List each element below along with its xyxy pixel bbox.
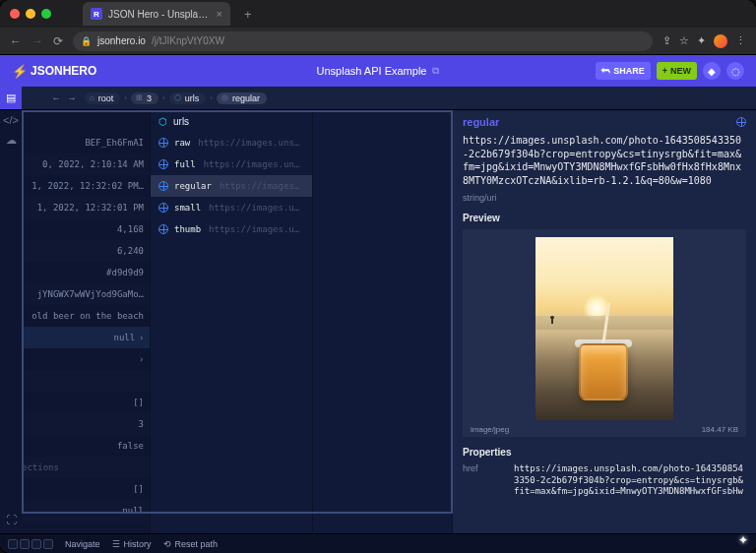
parent-row[interactable]: #d9d9d9 <box>22 262 150 283</box>
chevron-right-icon: › <box>139 355 144 364</box>
child-column <box>313 110 453 533</box>
globe-icon <box>158 159 168 169</box>
url-path: /j/tJIKnpVtY0XW <box>152 35 224 46</box>
code-view-icon[interactable]: </> <box>3 114 19 126</box>
kebab-menu-icon[interactable]: ⋮ <box>735 34 746 47</box>
view-rail: </> ☁ ⛶ <box>0 110 22 533</box>
nav-forward-icon[interactable]: → <box>32 34 43 48</box>
preview-box: image/jpeg 184.47 KB <box>463 229 746 437</box>
parent-row[interactable]: null <box>22 500 150 522</box>
url-row-small[interactable]: smallhttps://images.unsplash.com/p… <box>151 197 312 218</box>
app-logo[interactable]: ⚡ JSONHERO <box>12 64 96 79</box>
copy-link-icon[interactable]: ⧉ <box>432 65 439 77</box>
parent-row[interactable]: old beer on the beach <box>22 305 150 327</box>
parent-row[interactable]: null› <box>22 327 150 348</box>
tab-title: JSON Hero - Unsplash API Exa <box>108 9 211 20</box>
nav-reload-icon[interactable]: ⟳ <box>53 34 63 48</box>
nav-back-icon[interactable]: ← <box>10 34 22 48</box>
urls-column: ⬡ urls rawhttps://images.unsplash.com/ph… <box>150 110 313 533</box>
globe-icon <box>158 138 168 148</box>
breadcrumb-regular[interactable]: ◎regular <box>217 92 267 104</box>
globe-icon[interactable] <box>736 117 746 127</box>
urls-column-header: ⬡ urls <box>151 110 312 132</box>
crumb-forward-icon[interactable]: → <box>67 92 77 103</box>
tab-close-icon[interactable]: × <box>217 8 222 20</box>
details-type: string/uri <box>463 193 746 203</box>
parent-row[interactable]: jYNGWX7wWVjYod9GaMo… <box>22 283 150 305</box>
plus-icon: + <box>662 66 667 76</box>
expand-icon[interactable]: ⛶ <box>6 514 17 525</box>
list-icon: ☰ <box>112 539 120 549</box>
breadcrumb-root[interactable]: ⌂root <box>85 92 120 104</box>
url-row-regular[interactable]: regularhttps://images.unsplash.com… <box>151 175 312 197</box>
browser-tab[interactable]: R JSON Hero - Unsplash API Exa × <box>83 2 230 26</box>
status-bar: Navigate ☰ History ⟲ Reset path <box>0 533 756 553</box>
discord-button[interactable]: ◆ <box>703 62 721 80</box>
parent-row[interactable]: ections <box>22 457 150 478</box>
url-input[interactable]: 🔒 jsonhero.io/j/tJIKnpVtY0XW <box>73 31 653 51</box>
crumb-back-icon[interactable]: ← <box>51 92 61 103</box>
object-icon: ⬡ <box>174 93 181 102</box>
github-button[interactable]: ◌ <box>726 62 744 80</box>
parent-row[interactable]: BEF_Eh6FmAI <box>22 132 150 154</box>
breadcrumb-urls[interactable]: ⬡urls <box>169 92 207 104</box>
property-value[interactable]: https://images.unsplash.com/photo-164350… <box>514 463 746 497</box>
parent-row[interactable]: false <box>22 435 150 457</box>
urls-column-title: urls <box>173 116 189 127</box>
sparkle-icon: ✦ <box>738 533 748 547</box>
url-row-raw[interactable]: rawhttps://images.unsplash.com/ph… <box>151 132 312 154</box>
new-button[interactable]: + NEW <box>657 62 697 80</box>
reset-icon: ⟲ <box>163 539 171 549</box>
parent-row[interactable]: 1, 2022, 12:32:02 PM… <box>22 175 150 197</box>
url-row-thumb[interactable]: thumbhttps://images.unsplash.com/p… <box>151 218 312 240</box>
parent-row[interactable]: 1, 2022, 12:32:01 PM <box>22 197 150 218</box>
lock-icon: 🔒 <box>81 36 92 46</box>
preview-size: 184.47 KB <box>702 425 738 434</box>
minimize-window-button[interactable] <box>26 9 35 19</box>
parent-row[interactable]: [] <box>22 478 150 500</box>
share-arrow-icon: ⮪ <box>601 66 610 76</box>
maximize-window-button[interactable] <box>41 9 51 19</box>
bookmark-icon[interactable]: ☆ <box>679 34 689 47</box>
tab-favicon: R <box>91 8 102 20</box>
close-window-button[interactable] <box>10 9 20 19</box>
parent-preview-column: BEF_Eh6FmAI0, 2022, 2:10:14 AM1, 2022, 1… <box>22 110 150 533</box>
document-title: Unsplash API Example ⧉ <box>317 65 440 77</box>
breadcrumb-3[interactable]: ⊞3 <box>131 92 158 104</box>
property-row: hrefhttps://images.unsplash.com/photo-16… <box>463 463 746 497</box>
parent-row[interactable]: › <box>22 348 150 370</box>
content-area: </> ☁ ⛶ BEF_Eh6FmAI0, 2022, 2:10:14 AM1,… <box>0 110 756 533</box>
parent-row[interactable] <box>22 522 150 533</box>
parent-row[interactable]: 0, 2022, 2:10:14 AM <box>22 154 150 175</box>
new-tab-button[interactable]: + <box>244 7 252 22</box>
share-button[interactable]: ⮪ SHARE <box>596 62 651 80</box>
details-url-value[interactable]: https://images.unsplash.com/photo-164350… <box>463 134 746 187</box>
parent-row[interactable] <box>22 370 150 392</box>
profile-avatar[interactable] <box>714 34 727 48</box>
cloud-view-icon[interactable]: ☁ <box>6 134 17 147</box>
app-header: ⚡ JSONHERO Unsplash API Example ⧉ ⮪ SHAR… <box>0 55 756 87</box>
parent-row[interactable]: 4,168 <box>22 218 150 240</box>
chevron-right-icon: › <box>139 334 144 342</box>
traffic-lights <box>10 9 51 19</box>
history-button[interactable]: ☰ History <box>112 539 152 549</box>
preview-heading: Preview <box>463 213 746 223</box>
preview-mime: image/jpeg <box>471 425 509 434</box>
image-preview[interactable] <box>469 235 740 422</box>
share-icon[interactable]: ⇪ <box>662 34 671 47</box>
details-panel: regular https://images.unsplash.com/phot… <box>453 110 756 533</box>
github-icon: ◌ <box>731 66 740 77</box>
url-row-full[interactable]: fullhttps://images.unsplash.com/ph… <box>151 154 312 175</box>
url-host: jsonhero.io <box>97 35 146 46</box>
parent-row[interactable]: 3 <box>22 413 150 435</box>
home-icon: ⌂ <box>90 93 94 102</box>
column-view-button[interactable]: ▤ <box>0 87 22 109</box>
parent-row[interactable]: [] <box>22 392 150 413</box>
chevron-right-icon: › <box>160 93 167 102</box>
breadcrumb-bar: ▤ ← → ⌂root›⊞3›⬡urls›◎regular <box>0 87 756 110</box>
extensions-icon[interactable]: ✦ <box>697 34 706 47</box>
reset-path-button[interactable]: ⟲ Reset path <box>163 539 219 549</box>
parent-row[interactable]: 6,240 <box>22 240 150 262</box>
document-title-text: Unsplash API Example <box>317 65 427 77</box>
globe-icon <box>158 224 168 234</box>
